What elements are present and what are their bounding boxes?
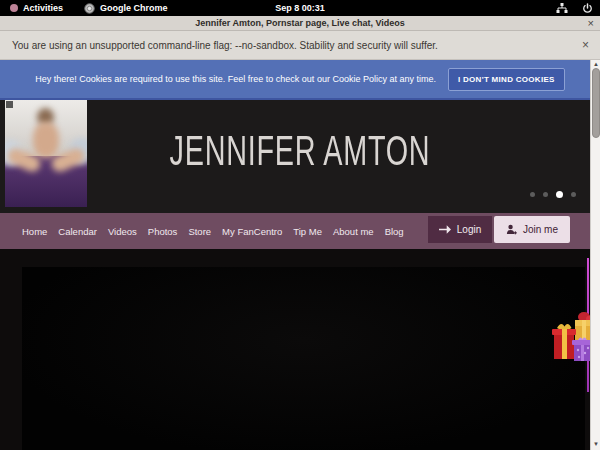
join-person-icon	[506, 224, 517, 235]
app-name-label: Google Chrome	[100, 3, 168, 13]
login-button[interactable]: Login	[428, 216, 492, 243]
carousel-dot-4[interactable]	[571, 192, 576, 197]
join-label: Join me	[523, 224, 558, 235]
activities-button[interactable]: Activities	[10, 0, 63, 16]
scroll-up-icon[interactable]: ▲	[591, 61, 600, 67]
nav-item-photos[interactable]: Photos	[148, 226, 178, 237]
cookie-message: Hey there! Cookies are required to use t…	[35, 74, 436, 84]
accept-cookies-button[interactable]: I DON'T MIND COOKIES	[448, 68, 565, 91]
nav-item-my-fancentro[interactable]: My FanCentro	[222, 226, 282, 237]
site-header: JENNIFER AMTON	[0, 100, 600, 213]
focused-app-menu[interactable]: Google Chrome	[84, 0, 168, 16]
nav-item-store[interactable]: Store	[188, 226, 211, 237]
carousel-dot-3-active[interactable]	[556, 191, 563, 198]
window-title: Jennifer Amton, Pornstar page, Live chat…	[0, 16, 600, 30]
video-player[interactable]	[22, 267, 585, 450]
scrollbar-thumb[interactable]	[592, 68, 600, 138]
carousel-dot-1[interactable]	[530, 192, 535, 197]
flag-warning-bar: You are using an unsupported command-lin…	[0, 31, 600, 60]
activities-indicator-icon	[10, 4, 18, 12]
browser-title-bar: Jennifer Amton, Pornstar page, Live chat…	[0, 16, 600, 31]
photo-figure-torso	[33, 122, 59, 158]
gifts-promo-icon[interactable]	[551, 307, 593, 361]
flag-warning-text: You are using an unsupported command-lin…	[12, 40, 438, 51]
profile-photo	[5, 100, 87, 207]
carousel-dots	[530, 191, 576, 198]
nav-item-about-me[interactable]: About me	[333, 226, 374, 237]
nav-item-videos[interactable]: Videos	[108, 226, 137, 237]
page-main	[0, 249, 600, 450]
join-me-button[interactable]: Join me	[494, 216, 570, 243]
cookie-policy-link[interactable]: Cookie Policy	[332, 74, 387, 84]
carousel-dot-2[interactable]	[543, 192, 548, 197]
nav-item-blog[interactable]: Blog	[385, 226, 404, 237]
power-icon[interactable]	[582, 3, 593, 14]
chrome-icon	[84, 3, 95, 14]
main-nav: Home Calendar Videos Photos Store My Fan…	[0, 213, 600, 249]
photo-watermark	[6, 101, 13, 108]
login-arrow-icon	[439, 225, 451, 234]
warning-close-icon[interactable]: ×	[582, 37, 589, 53]
cookie-message-before: Hey there! Cookies are required to use t…	[35, 74, 332, 84]
nav-item-home[interactable]: Home	[22, 226, 47, 237]
nav-items: Home Calendar Videos Photos Store My Fan…	[22, 213, 404, 249]
cookie-consent-bar: Hey there! Cookies are required to use t…	[0, 60, 600, 100]
cookie-message-after: at any time.	[387, 74, 436, 84]
scroll-down-icon[interactable]: ▼	[591, 441, 600, 447]
page-scrollbar[interactable]: ▲ ▼	[590, 60, 600, 450]
system-tray	[556, 0, 593, 16]
nav-item-calendar[interactable]: Calendar	[58, 226, 97, 237]
desktop-screen: Activities Google Chrome Sep 8 00:31	[0, 0, 600, 450]
login-label: Login	[457, 224, 481, 235]
window-close-icon[interactable]: ×	[588, 16, 594, 30]
activities-label: Activities	[23, 3, 63, 13]
network-icon[interactable]	[556, 3, 568, 14]
site-title: JENNIFER AMTON	[84, 127, 516, 175]
gnome-top-bar: Activities Google Chrome Sep 8 00:31	[0, 0, 600, 16]
nav-item-tip-me[interactable]: Tip Me	[293, 226, 322, 237]
